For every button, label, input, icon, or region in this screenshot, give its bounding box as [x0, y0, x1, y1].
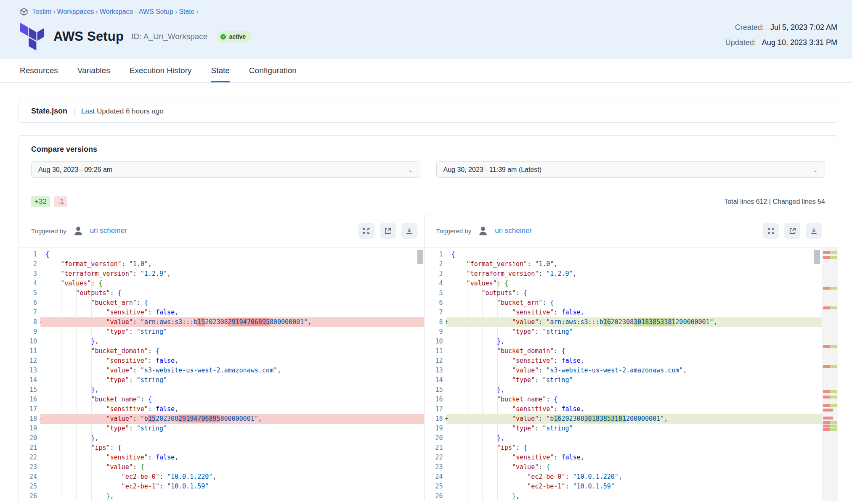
- diff-sign: [445, 308, 451, 317]
- version-select-left[interactable]: Aug 30, 2023 - 09:26 am ⌄: [31, 161, 420, 178]
- diff-sign: [445, 375, 451, 385]
- tab-configuration[interactable]: Configuration: [249, 59, 297, 82]
- diff-sign: [445, 472, 451, 482]
- diff-sign: [445, 385, 451, 395]
- line-number: 10: [425, 337, 445, 346]
- code-line: 8+ "value": "arn:aws:s3:::b1620230830183…: [425, 317, 822, 327]
- download-icon[interactable]: [401, 223, 417, 239]
- line-number: 6: [425, 298, 445, 308]
- line-number: 1: [19, 250, 39, 259]
- diff-ruler-mark: [823, 425, 837, 427]
- triggered-by-user-link[interactable]: uri scheiner: [495, 227, 532, 235]
- line-number: 2: [425, 259, 445, 269]
- diff-sign: [445, 327, 451, 337]
- code-line: 19 "type": "string": [19, 424, 424, 433]
- code-line: 21 "ips": {: [425, 443, 822, 453]
- code-line: 12 "sensitive": false,: [19, 356, 424, 366]
- code-line: 2 "format_version": "1.0",: [19, 259, 424, 269]
- scrollbar-thumb[interactable]: [417, 250, 423, 264]
- diff-panel-new: 1{2 "format_version": "1.0",3 "terraform…: [425, 248, 838, 501]
- triggered-by-row: Triggered by uri scheiner Triggered by: [19, 214, 838, 247]
- code-line: 21 "ips": {: [19, 443, 424, 453]
- code-line: 24 "ec2-be-0": "10.0.1.220",: [19, 472, 424, 482]
- tab-variables[interactable]: Variables: [77, 59, 110, 82]
- code-line: 18- "value": "b1520230829194706895800000…: [19, 414, 424, 424]
- line-number: 7: [19, 308, 39, 317]
- line-number: 5: [19, 288, 39, 298]
- workspace-header: Testim › Workspaces › Workspace - AWS Se…: [0, 0, 852, 59]
- line-number: 14: [425, 375, 445, 385]
- code-editor-new[interactable]: 1{2 "format_version": "1.0",3 "terraform…: [425, 250, 822, 501]
- version-select-right[interactable]: Aug 30, 2023 - 11:39 am (Latest) ⌄: [436, 161, 825, 178]
- line-number: 9: [19, 327, 39, 337]
- diff-sign: -: [39, 317, 45, 327]
- tab-state[interactable]: State: [211, 59, 229, 82]
- code-line: 15 },: [19, 385, 424, 395]
- diff-sign: [39, 288, 45, 298]
- code-line: 23 "value": {: [19, 462, 424, 472]
- expand-icon[interactable]: [358, 223, 374, 239]
- tab-resources[interactable]: Resources: [20, 59, 58, 82]
- line-number: 5: [425, 288, 445, 298]
- expand-icon[interactable]: [763, 223, 779, 239]
- code-line: 26 },: [19, 491, 424, 501]
- diff-sign: [445, 346, 451, 356]
- external-link-icon[interactable]: [380, 223, 396, 239]
- diff-sign: [39, 443, 45, 453]
- diff-sign: [445, 424, 451, 433]
- breadcrumb-link[interactable]: State: [179, 8, 194, 15]
- code-line: 12 "sensitive": false,: [425, 356, 822, 366]
- code-line: 7 "sensitive": false,: [19, 308, 424, 317]
- breadcrumb-link[interactable]: Workspaces: [57, 8, 94, 15]
- code-line: 4 "values": {: [19, 279, 424, 288]
- triggered-by-label: Triggered by: [31, 227, 66, 235]
- line-number: 26: [19, 491, 39, 501]
- workspace-meta: Created: Jul 5, 2023 7:02 AM Updated: Au…: [725, 23, 837, 53]
- code-line: 26 },: [425, 491, 822, 501]
- diff-sign: +: [445, 414, 451, 424]
- line-number: 20: [425, 433, 445, 443]
- line-number: 24: [425, 472, 445, 482]
- user-avatar-icon: [477, 225, 489, 237]
- line-number: 8: [425, 317, 445, 327]
- diff-ruler-mark: [823, 306, 837, 309]
- diff-sign: [445, 250, 451, 259]
- diff-overview-ruler[interactable]: [822, 248, 838, 501]
- code-line: 13 "value": "s3-website-us-west-2.amazon…: [19, 366, 424, 375]
- tab-execution-history[interactable]: Execution History: [130, 59, 192, 82]
- code-line: 9 "type": "string": [425, 327, 822, 337]
- diff-ruler-mark: [823, 428, 837, 431]
- diff-sign: [39, 346, 45, 356]
- triggered-by-label: Triggered by: [436, 227, 472, 235]
- diff-sign: [39, 356, 45, 366]
- line-number: 23: [19, 462, 39, 472]
- download-icon[interactable]: [806, 223, 822, 239]
- diff-sign: [445, 443, 451, 453]
- code-line: 19 "type": "string": [425, 424, 822, 433]
- code-line: 4 "values": {: [425, 279, 822, 288]
- created-label: Created:: [735, 23, 764, 32]
- code-line: 7 "sensitive": false,: [425, 308, 822, 317]
- diff-sign: [445, 433, 451, 443]
- line-number: 16: [425, 395, 445, 404]
- created-value: Jul 5, 2023 7:02 AM: [770, 23, 837, 32]
- diff-sign: [445, 269, 451, 279]
- triggered-by-user-link[interactable]: uri scheiner: [90, 227, 127, 235]
- diff-sign: [445, 395, 451, 404]
- breadcrumb: Testim › Workspaces › Workspace - AWS Se…: [20, 8, 835, 16]
- code-line: 15 },: [425, 385, 822, 395]
- diff-sign: [445, 462, 451, 472]
- code-editor-old[interactable]: 1{2 "format_version": "1.0",3 "terraform…: [19, 250, 424, 501]
- breadcrumb-link[interactable]: Testim: [32, 8, 51, 15]
- diff-ruler-mark: [823, 417, 837, 420]
- line-number: 16: [19, 395, 39, 404]
- breadcrumb-link[interactable]: Workspace - AWS Setup: [100, 8, 173, 15]
- scrollbar-thumb[interactable]: [814, 250, 820, 264]
- code-line: 18+ "value": "b1620230830183853181200000…: [425, 414, 822, 424]
- diff-sign: [39, 327, 45, 337]
- line-number: 20: [19, 433, 39, 443]
- code-line: 17 "sensitive": false,: [19, 404, 424, 414]
- external-link-icon[interactable]: [784, 223, 800, 239]
- code-line: 24 "ec2-be-0": "10.0.1.220",: [425, 472, 822, 482]
- code-line: 10 },: [19, 337, 424, 346]
